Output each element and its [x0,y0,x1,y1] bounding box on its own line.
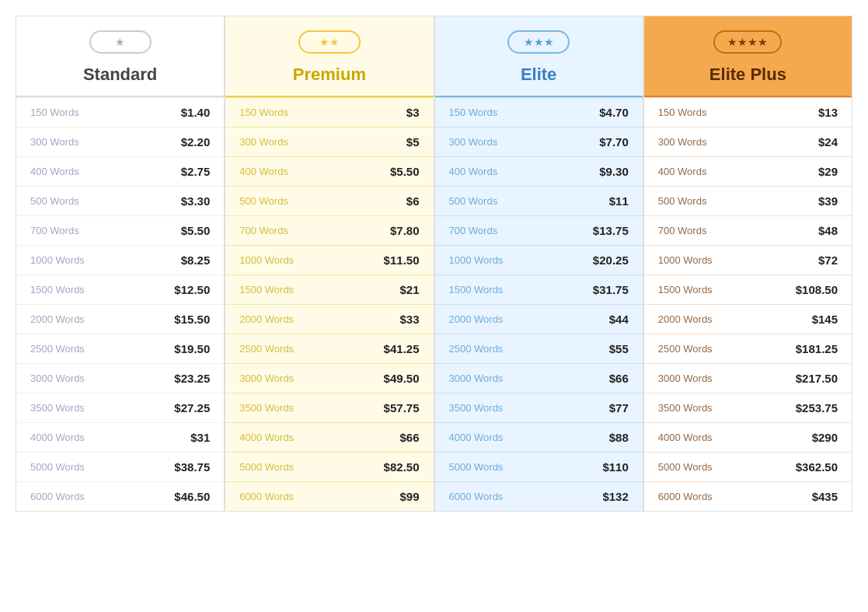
word-count-label: 500 Words [30,195,79,207]
table-row: 2500 Words$181.25 [644,334,852,363]
price-value: $21 [399,283,419,296]
table-row: 2000 Words$145 [644,304,852,334]
word-count-label: 400 Words [449,166,498,177]
table-row: 500 Words$11 [435,186,643,215]
word-count-label: 3000 Words [30,372,85,384]
word-count-label: 150 Words [30,107,79,118]
stars-badge-elite: ★★★ [507,30,570,54]
word-count-label: 3500 Words [658,402,713,414]
price-value: $44 [609,313,629,326]
word-count-label: 2500 Words [30,343,85,355]
table-row: 700 Words$7.80 [225,215,433,245]
table-row: 700 Words$5.50 [16,215,224,245]
table-row: 4000 Words$66 [225,422,433,452]
table-row: 300 Words$5 [225,127,433,156]
word-count-label: 2500 Words [239,343,294,355]
price-value: $362.50 [796,460,838,474]
word-count-label: 1500 Words [658,284,713,296]
price-value: $49.50 [384,372,420,385]
price-value: $48 [818,224,838,237]
stars-badge-elite-plus: ★★★★ [713,30,782,54]
price-value: $39 [818,194,838,208]
price-value: $27.25 [174,401,210,414]
price-value: $110 [602,460,628,474]
price-value: $15.50 [174,313,210,326]
table-row: 2500 Words$19.50 [16,334,224,363]
price-value: $12.50 [174,283,210,296]
price-value: $13 [818,106,838,119]
word-count-label: 1500 Words [239,284,294,296]
table-row: 6000 Words$435 [644,481,852,511]
table-row: 150 Words$13 [644,97,852,127]
price-value: $2.20 [181,135,211,149]
table-row: 300 Words$7.70 [435,127,643,156]
table-row: 2000 Words$15.50 [16,304,224,334]
word-count-label: 1500 Words [30,284,85,296]
table-row: 500 Words$39 [644,186,852,215]
word-count-label: 5000 Words [239,461,294,473]
price-value: $66 [399,431,419,444]
word-count-label: 300 Words [449,136,498,148]
table-row: 400 Words$2.75 [16,156,224,186]
table-row: 150 Words$3 [225,97,433,127]
plan-name-elite: Elite [521,65,556,85]
price-value: $4.70 [599,106,629,119]
price-value: $8.25 [181,254,211,267]
table-row: 300 Words$24 [644,127,852,156]
table-row: 700 Words$48 [644,215,852,245]
plan-header-elite: ★★★Elite [435,16,643,96]
word-count-label: 6000 Words [449,491,504,502]
table-row: 400 Words$9.30 [435,156,643,186]
table-row: 1500 Words$108.50 [644,275,852,304]
table-row: 3000 Words$49.50 [225,363,433,393]
word-count-label: 5000 Words [30,461,85,473]
table-row: 2500 Words$55 [435,334,643,363]
word-count-label: 3000 Words [658,372,713,384]
table-row: 400 Words$5.50 [225,156,433,186]
table-row: 5000 Words$82.50 [225,452,433,481]
plan-header-elite-plus: ★★★★Elite Plus [644,16,852,96]
word-count-label: 1000 Words [658,254,713,266]
price-value: $31 [190,431,210,444]
word-count-label: 2000 Words [30,313,85,325]
plan-column-elite-plus: ★★★★Elite Plus150 Words$13300 Words$2440… [643,16,852,512]
stars-badge-standard: ★ [89,30,152,54]
word-count-label: 1000 Words [239,254,294,266]
price-value: $9.30 [599,165,629,178]
price-value: $7.70 [599,135,629,149]
word-count-label: 300 Words [658,136,707,148]
word-count-label: 2000 Words [658,313,713,325]
table-row: 1000 Words$72 [644,245,852,275]
price-value: $38.75 [174,460,210,474]
plan-column-premium: ★★Premium150 Words$3300 Words$5400 Words… [225,16,434,512]
word-count-label: 400 Words [239,166,288,177]
price-value: $11 [609,194,629,208]
star-icons-standard: ★ [115,36,125,48]
price-value: $24 [818,135,838,149]
plan-rows-elite-plus: 150 Words$13300 Words$24400 Words$29500 … [644,97,852,511]
price-value: $77 [609,401,629,414]
table-row: 1000 Words$8.25 [16,245,224,275]
word-count-label: 700 Words [658,225,707,236]
word-count-label: 300 Words [30,136,79,148]
table-row: 4000 Words$31 [16,422,224,452]
price-value: $19.50 [174,342,210,355]
stars-badge-premium: ★★ [298,30,361,54]
word-count-label: 1000 Words [449,254,504,266]
table-row: 2000 Words$33 [225,304,433,334]
word-count-label: 4000 Words [658,432,713,443]
price-value: $57.75 [384,401,420,414]
price-value: $5.50 [390,165,420,178]
word-count-label: 6000 Words [658,491,713,502]
word-count-label: 6000 Words [30,491,85,502]
price-value: $290 [812,431,838,444]
table-row: 3500 Words$77 [435,393,643,422]
table-row: 4000 Words$88 [435,422,643,452]
table-row: 3000 Words$66 [435,363,643,393]
price-value: $72 [818,254,838,267]
word-count-label: 4000 Words [239,432,294,443]
price-value: $3 [406,106,420,119]
price-value: $13.75 [593,224,629,237]
price-value: $23.25 [174,372,210,385]
word-count-label: 3500 Words [239,402,294,414]
